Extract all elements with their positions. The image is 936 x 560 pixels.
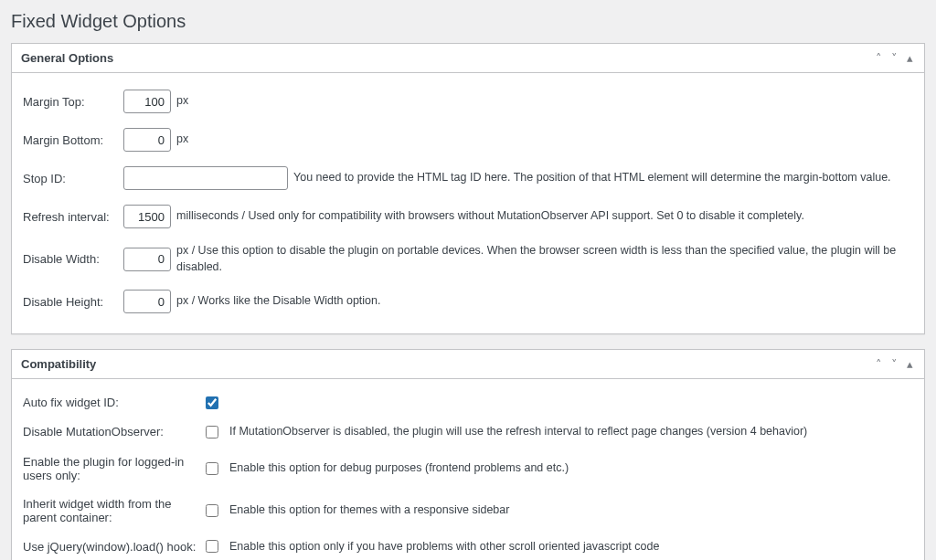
refresh-label: Refresh interval: <box>23 210 123 224</box>
move-down-icon[interactable]: ˅ <box>889 52 899 64</box>
refresh-desc: milliseconds / Used only for compatibili… <box>176 208 804 225</box>
stop-id-input[interactable] <box>123 166 288 190</box>
move-down-icon[interactable]: ˅ <box>889 358 899 370</box>
jq-hook-desc: Enable this option only if you have prob… <box>229 539 659 555</box>
panel-title: Compatibility <box>21 355 96 373</box>
panel-compatibility: Compatibility ˄ ˅ ▴ Auto fix widget ID: … <box>11 349 925 560</box>
panel-body: Auto fix widget ID: Disable MutationObse… <box>12 379 924 560</box>
page-title: Fixed Widget Options <box>11 11 925 32</box>
disable-height-input[interactable] <box>123 290 171 313</box>
auto-fix-label: Auto fix widget ID: <box>23 396 206 409</box>
disable-width-input[interactable] <box>123 248 171 271</box>
disable-mo-checkbox[interactable] <box>206 426 218 438</box>
jq-hook-checkbox[interactable] <box>206 540 218 553</box>
panel-handle-actions: ˄ ˅ ▴ <box>874 358 915 370</box>
stop-id-label: Stop ID: <box>23 172 123 185</box>
disable-height-label: Disable Height: <box>23 295 123 309</box>
margin-bottom-label: Margin Bottom: <box>23 133 123 147</box>
move-up-icon[interactable]: ˄ <box>874 358 884 370</box>
auto-fix-checkbox[interactable] <box>206 396 218 409</box>
panel-general-options: General Options ˄ ˅ ▴ Margin Top: px Mar… <box>11 43 925 334</box>
toggle-icon[interactable]: ▴ <box>905 358 915 370</box>
stop-id-desc: You need to provide the HTML tag ID here… <box>293 170 891 186</box>
inherit-width-label: Inherit widget width from the parent con… <box>23 497 206 524</box>
disable-width-desc: px / Use this option to disable the plug… <box>176 243 913 275</box>
logged-in-checkbox[interactable] <box>206 462 218 475</box>
panel-handle-actions: ˄ ˅ ▴ <box>874 52 915 64</box>
move-up-icon[interactable]: ˄ <box>874 52 884 64</box>
disable-width-label: Disable Width: <box>23 252 123 266</box>
margin-bottom-input[interactable] <box>123 128 171 152</box>
margin-top-input[interactable] <box>123 90 171 113</box>
disable-mo-label: Disable MutationObserver: <box>23 425 206 438</box>
disable-height-desc: px / Works like the Disable Width option… <box>176 293 380 310</box>
disable-mo-desc: If MutationObserver is disabled, the plu… <box>229 424 807 440</box>
toggle-icon[interactable]: ▴ <box>905 52 915 64</box>
logged-in-desc: Enable this option for debug purposes (f… <box>229 460 569 477</box>
panel-header: Compatibility ˄ ˅ ▴ <box>12 350 924 379</box>
margin-top-suffix: px <box>176 93 188 110</box>
inherit-width-desc: Enable this option for themes with a res… <box>229 502 509 519</box>
panel-body: Margin Top: px Margin Bottom: px Stop ID… <box>12 73 924 333</box>
margin-bottom-suffix: px <box>176 132 188 148</box>
refresh-input[interactable] <box>123 205 171 228</box>
margin-top-label: Margin Top: <box>23 95 123 109</box>
inherit-width-checkbox[interactable] <box>206 504 218 517</box>
panel-header: General Options ˄ ˅ ▴ <box>12 44 924 73</box>
logged-in-label: Enable the plugin for logged-in users on… <box>23 455 206 482</box>
panel-title: General Options <box>21 49 113 67</box>
jq-hook-label: Use jQuery(window).load() hook: <box>23 540 206 554</box>
